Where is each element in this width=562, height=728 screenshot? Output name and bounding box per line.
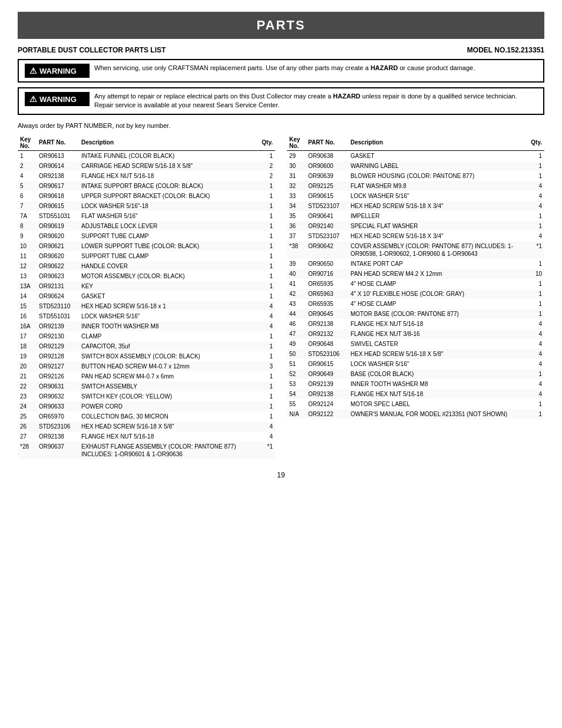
key-no-cell: 22	[18, 381, 37, 391]
desc-cell: PAN HEAD SCREW M4-0.7 x 6mm	[79, 371, 259, 381]
desc-cell: BLOWER HOUSING (COLOR: PANTONE 877)	[348, 171, 528, 181]
qty-cell: 1	[259, 371, 275, 381]
table-row: 13A OR92131 KEY 1	[18, 281, 275, 291]
table-row: 20 OR92127 BUTTON HEAD SCREW M4-0.7 x 12…	[18, 361, 275, 371]
desc-cell: INTAKE FUNNEL (COLOR BLACK)	[79, 150, 259, 161]
key-no-cell: 36	[287, 221, 306, 231]
part-no-cell: OR65935	[306, 299, 348, 309]
parts-list-title: PORTABLE DUST COLLECTOR PARTS LIST	[18, 46, 166, 54]
part-no-cell: STD523106	[306, 349, 348, 359]
desc-cell: CAPACITOR, 35uf	[79, 341, 259, 351]
key-no-cell: 9	[18, 231, 37, 241]
key-no-cell: 8	[18, 221, 37, 231]
warning-label-2: WARNING	[39, 95, 77, 104]
part-no-cell: OR92138	[306, 319, 348, 329]
qty-cell: 1	[259, 381, 275, 391]
table-row: 6 OR90618 UPPER SUPPORT BRACKET (COLOR: …	[18, 191, 275, 201]
key-no-cell: 6	[18, 191, 37, 201]
qty-cell: 1	[259, 281, 275, 291]
desc-cell: INTAKE PORT CAP	[348, 259, 528, 269]
table-row: 18 OR92129 CAPACITOR, 35uf 1	[18, 341, 275, 351]
key-no-cell: 41	[287, 279, 306, 289]
key-no-cell: 51	[287, 359, 306, 369]
part-no-cell: OR90638	[306, 150, 348, 161]
desc-cell: CLAMP	[79, 331, 259, 341]
qty-cell: 1	[259, 291, 275, 301]
qty-cell: 1	[259, 211, 275, 221]
key-no-cell: 54	[287, 389, 306, 399]
table-row: 12 OR90622 HANDLE COVER 1	[18, 261, 275, 271]
desc-cell: POWER CORD	[79, 401, 259, 411]
part-no-cell: OR90618	[37, 191, 79, 201]
key-no-cell: 19	[18, 351, 37, 361]
left-header-desc: Description	[79, 135, 259, 151]
key-no-cell: 21	[18, 371, 37, 381]
desc-cell: COVER ASSEMBLY (COLOR: PANTONE 877) INCL…	[348, 241, 528, 259]
desc-cell: HEX HEAD SCREW 5/16-18 X 5/8"	[348, 349, 528, 359]
qty-cell: 4	[259, 311, 275, 321]
part-no-cell: STD523107	[306, 201, 348, 211]
qty-cell: 1	[528, 409, 544, 419]
desc-cell: LOCK WASHER 5/16"	[348, 191, 528, 201]
left-header-qty: Qty.	[259, 135, 275, 151]
table-row: 8 OR90619 ADJUSTABLE LOCK LEVER 1	[18, 221, 275, 231]
table-row: 46 OR92138 FLANGE HEX NUT 5/16-18 4	[287, 319, 544, 329]
part-no-cell: OR90622	[37, 261, 79, 271]
desc-cell: FLAT WASHER 5/16"	[79, 211, 259, 221]
warning-label-1: WARNING	[39, 67, 77, 75]
part-no-cell: OR90650	[306, 259, 348, 269]
part-no-cell: OR90716	[306, 269, 348, 279]
key-no-cell: 31	[287, 171, 306, 181]
part-no-cell: OR65970	[37, 411, 79, 421]
part-no-cell: OR90632	[37, 391, 79, 401]
qty-cell: 1	[259, 351, 275, 361]
qty-cell: 1	[528, 369, 544, 379]
right-header-part: PART No.	[306, 135, 348, 151]
table-row: 44 OR90645 MOTOR BASE (COLOR: PANTONE 87…	[287, 309, 544, 319]
qty-cell: 4	[259, 321, 275, 331]
desc-cell: OWNER'S MANUAL FOR MODEL #213351 (NOT SH…	[348, 409, 528, 419]
qty-cell: 1	[528, 150, 544, 161]
desc-cell: INNER TOOTH WASHER M8	[348, 379, 528, 389]
key-no-cell: 23	[18, 391, 37, 401]
qty-cell: 1	[259, 201, 275, 211]
part-no-cell: OR90620	[37, 231, 79, 241]
key-no-cell: 17	[18, 331, 37, 341]
right-header-desc: Description	[348, 135, 528, 151]
table-row: 53 OR92139 INNER TOOTH WASHER M8 4	[287, 379, 544, 389]
qty-cell: 4	[528, 231, 544, 241]
desc-cell: BUTTON HEAD SCREW M4-0.7 x 12mm	[79, 361, 259, 371]
part-no-cell: STD551031	[37, 211, 79, 221]
key-no-cell: 15	[18, 301, 37, 311]
key-no-cell: 5	[18, 181, 37, 191]
table-row: 34 STD523107 HEX HEAD SCREW 5/16-18 X 3/…	[287, 201, 544, 211]
desc-cell: HEX HEAD SCREW 5/16-18 X 5/8"	[79, 421, 259, 431]
desc-cell: FLAT WASHER M9.8	[348, 181, 528, 191]
page-number: 19	[18, 471, 544, 479]
part-no-cell: OR90615	[306, 359, 348, 369]
header-row: PORTABLE DUST COLLECTOR PARTS LIST MODEL…	[18, 46, 544, 54]
part-no-cell: OR65963	[306, 289, 348, 299]
warning-triangle-2: ⚠	[29, 94, 37, 104]
table-row: 7A STD551031 FLAT WASHER 5/16" 1	[18, 211, 275, 221]
key-no-cell: 43	[287, 299, 306, 309]
key-no-cell: 29	[287, 150, 306, 161]
key-no-cell: 7A	[18, 211, 37, 221]
qty-cell: 1	[259, 181, 275, 191]
page-title-bar: PARTS	[18, 12, 544, 39]
table-row: 41 OR65935 4" HOSE CLAMP 1	[287, 279, 544, 289]
table-row: 25 OR65970 COLLECTION BAG, 30 MICRON 1	[18, 411, 275, 421]
key-no-cell: *28	[18, 442, 37, 459]
table-row: 29 OR90638 GASKET 1	[287, 150, 544, 161]
table-row: 7 OR90615 LOCK WASHER 5/16"-18 1	[18, 201, 275, 211]
qty-cell: 1	[259, 411, 275, 421]
key-no-cell: 1	[18, 150, 37, 161]
qty-cell: 4	[528, 191, 544, 201]
warning-text-2: Any attempt to repair or replace electri…	[94, 92, 537, 110]
desc-cell: SWIVEL CASTER	[348, 339, 528, 349]
qty-cell: 1	[259, 241, 275, 251]
left-header-part: PART No.	[37, 135, 79, 151]
qty-cell: 4	[528, 379, 544, 389]
part-no-cell: OR90619	[37, 221, 79, 231]
table-row: 39 OR90650 INTAKE PORT CAP 1	[287, 259, 544, 269]
